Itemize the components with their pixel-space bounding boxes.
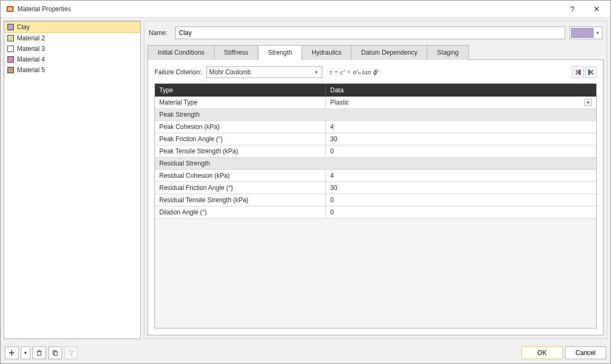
property-label: Dilation Angle (°)	[155, 206, 326, 218]
material-color-swatch	[7, 67, 14, 73]
property-label: Residual Friction Angle (°)	[155, 182, 326, 194]
plus-icon	[8, 350, 15, 356]
property-value-cell[interactable]: 4	[326, 121, 596, 133]
window-title: Material Properties	[18, 5, 71, 13]
tab-initial-conditions[interactable]: Initial Conditions	[148, 45, 214, 60]
property-section-header: Residual Strength	[155, 158, 596, 170]
svg-rect-1	[8, 7, 12, 11]
copy-icon	[52, 350, 58, 356]
tab-stiffness[interactable]: Stiffness	[214, 45, 259, 60]
paste-properties-button[interactable]	[585, 66, 597, 78]
properties-table: Type Data Material TypePlastic▼Peak Stre…	[154, 83, 597, 328]
name-label: Name:	[149, 29, 171, 37]
property-value: 4	[330, 123, 334, 131]
material-list-item[interactable]: Material 4	[4, 54, 140, 65]
material-color-swatch	[7, 24, 14, 30]
name-input[interactable]	[175, 27, 565, 39]
material-label: Material 4	[17, 56, 45, 63]
filter-icon	[68, 350, 74, 356]
property-value: 30	[330, 135, 337, 143]
property-label: Residual Cohesion (kPa)	[155, 170, 326, 181]
svg-rect-4	[38, 351, 41, 356]
material-list-item[interactable]: Material 5	[4, 65, 140, 75]
chevron-down-icon: ▼	[313, 70, 320, 75]
property-label: Peak Friction Angle (°)	[155, 133, 326, 145]
failure-criterion-label: Failure Criterion:	[154, 68, 203, 76]
chevron-down-icon[interactable]: ▼	[584, 99, 592, 106]
ok-button[interactable]: OK	[521, 346, 563, 359]
material-list-item[interactable]: Clay	[4, 21, 140, 33]
property-value-cell[interactable]: Plastic▼	[326, 97, 596, 108]
property-row: Residual Friction Angle (°)30	[155, 182, 596, 194]
material-properties-dialog: Material Properties ? ✕ ClayMaterial 2Ma…	[0, 0, 611, 364]
tab-datum-dependency[interactable]: Datum Dependency	[351, 45, 427, 60]
property-value-cell[interactable]: 0	[326, 206, 596, 218]
copy-properties-button[interactable]	[572, 66, 584, 78]
svg-rect-3	[588, 70, 590, 75]
property-row: Peak Cohesion (kPa)4	[155, 121, 596, 133]
main-panel: Name: ▼ Initial ConditionsStiffnessStren…	[144, 21, 607, 339]
property-row: Material TypePlastic▼	[155, 97, 596, 109]
body-area: ClayMaterial 2Material 3Material 4Materi…	[1, 18, 610, 342]
tab-strength[interactable]: Strength	[258, 45, 302, 60]
property-value-cell[interactable]: 0	[326, 194, 596, 206]
property-section-header: Peak Strength	[155, 109, 596, 121]
failure-criterion-select[interactable]: Mohr Coulomb ▼	[206, 66, 322, 78]
material-color-swatch	[7, 35, 14, 41]
chevron-down-icon: ▼	[595, 31, 601, 36]
property-value-cell[interactable]: 0	[326, 145, 596, 157]
property-label: Residual Tensile Strength (kPa)	[155, 194, 326, 206]
svg-rect-2	[579, 70, 581, 75]
column-header-type: Type	[155, 84, 326, 97]
section-label: Peak Strength	[155, 109, 596, 120]
close-button[interactable]: ✕	[584, 1, 608, 17]
filter-button	[64, 346, 78, 359]
delete-material-button[interactable]	[32, 346, 46, 359]
column-header-data: Data	[326, 84, 596, 97]
property-value: 0	[330, 209, 334, 216]
material-label: Material 5	[17, 66, 45, 74]
property-value-cell[interactable]: 30	[326, 133, 596, 145]
material-list-item[interactable]: Material 2	[4, 33, 140, 44]
property-row: Residual Tensile Strength (kPa)0	[155, 194, 596, 206]
trash-icon	[36, 350, 42, 356]
svg-rect-6	[54, 352, 57, 356]
color-swatch	[571, 28, 593, 38]
tab-staging[interactable]: Staging	[427, 45, 469, 60]
add-material-dropdown[interactable]: ▼	[21, 346, 30, 359]
property-row: Residual Cohesion (kPa)4	[155, 170, 596, 182]
chevron-down-icon: ▼	[23, 351, 28, 356]
tabs-row: Initial ConditionsStiffnessStrengthHydra…	[148, 45, 604, 60]
section-label: Residual Strength	[155, 158, 596, 169]
dialog-footer: ▼ OK Cancel	[1, 342, 610, 363]
property-label: Peak Cohesion (kPa)	[155, 121, 326, 133]
material-list-item[interactable]: Material 3	[4, 44, 140, 54]
property-value-cell[interactable]: 4	[326, 170, 596, 181]
tab-hydraulics[interactable]: Hydraulics	[302, 45, 351, 60]
duplicate-material-button[interactable]	[48, 346, 62, 359]
property-value: 0	[330, 196, 334, 204]
property-label: Material Type	[155, 97, 326, 108]
property-value: 4	[330, 172, 334, 179]
property-row: Peak Tensile Strength (kPa)0	[155, 145, 596, 158]
property-value: 0	[330, 148, 334, 155]
property-row: Peak Friction Angle (°)30	[155, 133, 596, 145]
failure-criterion-row: Failure Criterion: Mohr Coulomb ▼ τ = c′…	[154, 66, 597, 78]
failure-criterion-equation: τ = c′ + σ′ₙ tan ϕ′	[330, 68, 379, 76]
add-material-button[interactable]	[5, 346, 19, 359]
help-button[interactable]: ?	[561, 1, 584, 17]
property-value: Plastic	[330, 99, 349, 106]
materials-list[interactable]: ClayMaterial 2Material 3Material 4Materi…	[4, 21, 140, 339]
material-color-swatch	[7, 46, 14, 52]
material-color-swatch	[7, 56, 14, 63]
materials-sidebar: ClayMaterial 2Material 3Material 4Materi…	[4, 21, 141, 339]
material-label: Material 2	[17, 34, 45, 42]
property-value-cell[interactable]: 30	[326, 182, 596, 194]
name-row: Name: ▼	[148, 24, 604, 45]
failure-criterion-value: Mohr Coulomb	[209, 68, 313, 76]
color-picker-button[interactable]: ▼	[570, 27, 603, 39]
properties-table-header: Type Data	[155, 84, 596, 97]
cancel-button[interactable]: Cancel	[565, 346, 606, 359]
material-label: Clay	[17, 23, 30, 31]
table-filler	[155, 219, 596, 328]
